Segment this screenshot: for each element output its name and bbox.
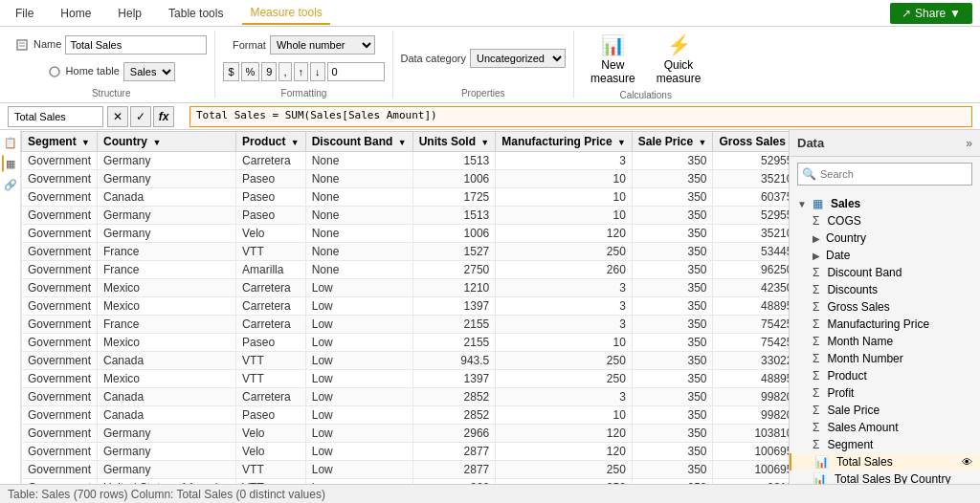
table-cell: 350: [632, 279, 713, 297]
col-header-sale-price[interactable]: Sale Price ▼: [632, 131, 713, 152]
table-container[interactable]: Segment ▼ Country ▼ Product ▼ Discount B…: [21, 130, 789, 484]
measure-name-input[interactable]: [65, 35, 207, 55]
tree-item[interactable]: ΣDiscount Band: [790, 264, 980, 281]
table-row: GovernmentGermanyVeloLow2966120350103810…: [22, 425, 790, 443]
report-view-btn[interactable]: 📋: [2, 134, 19, 151]
home-table-select[interactable]: Sales: [123, 62, 175, 81]
ribbon-group-structure: Name Home table Sales Structure: [8, 31, 215, 98]
currency-button[interactable]: $: [223, 62, 238, 81]
tree-item[interactable]: ΣGross Sales: [790, 298, 980, 316]
tree-item[interactable]: ΣProduct: [790, 367, 980, 384]
menu-home[interactable]: Home: [53, 3, 99, 24]
table-cell: 2155: [412, 334, 496, 352]
table-cell: Germany: [98, 170, 236, 188]
table-cell: Government: [22, 297, 98, 316]
tree-item[interactable]: ΣSale Price: [790, 402, 980, 419]
sale-price-filter[interactable]: ▼: [699, 138, 707, 147]
tree-label: Discount Band: [827, 266, 902, 279]
table-cell: Low: [305, 334, 412, 352]
table-row: GovernmentCanadaPaseoLow2852103509982001…: [22, 406, 790, 425]
new-measure-button[interactable]: 📊 Newmeasure: [582, 31, 644, 88]
tree-item[interactable]: ΣMonth Number: [790, 350, 980, 367]
table-cell: Velo: [236, 443, 306, 461]
tree-item[interactable]: ΣManufacturing Price: [790, 316, 980, 333]
col-header-segment[interactable]: Segment ▼: [22, 131, 98, 152]
tree-item[interactable]: ΣMonth Name: [790, 333, 980, 350]
table-cell: Government: [22, 279, 98, 297]
thousands-button[interactable]: ,: [278, 62, 291, 81]
table-cell: 10: [496, 170, 633, 188]
tree-item[interactable]: ΣSegment: [790, 436, 980, 453]
tree-item[interactable]: ΣCOGS: [790, 212, 980, 230]
tree-item[interactable]: ▼▦Sales: [790, 195, 980, 212]
tree-label: Sale Price: [827, 404, 880, 417]
tree-item[interactable]: ▶Country: [790, 230, 980, 247]
mfg-price-filter[interactable]: ▼: [617, 138, 626, 147]
model-view-btn[interactable]: 🔗: [2, 176, 19, 193]
table-cell: 10: [496, 188, 633, 207]
comma-button[interactable]: 9: [261, 62, 277, 81]
country-filter[interactable]: ▼: [152, 138, 161, 147]
search-input[interactable]: [820, 168, 968, 180]
tree-item[interactable]: ▶Date: [790, 247, 980, 264]
percent-button[interactable]: %: [241, 62, 260, 81]
product-filter[interactable]: ▼: [291, 138, 300, 147]
formula-input[interactable]: Total Sales = SUM(Sales[Sales Amount]): [189, 106, 972, 127]
col-header-units-sold[interactable]: Units Sold ▼: [412, 131, 496, 152]
share-button[interactable]: ↗ Share ▼: [890, 3, 972, 24]
col-header-country[interactable]: Country ▼: [98, 131, 236, 152]
table-cell: 603750: [713, 188, 789, 207]
discount-band-filter[interactable]: ▼: [398, 138, 407, 147]
table-cell: Paseo: [236, 207, 306, 225]
table-cell: Low: [305, 352, 412, 370]
panel-expand-icon[interactable]: »: [966, 137, 972, 150]
table-cell: 1006950: [713, 443, 789, 461]
col-header-mfg-price[interactable]: Manufacturing Price ▼: [496, 131, 633, 152]
table-cell: Carretera: [236, 279, 306, 297]
data-category-select[interactable]: Uncategorized: [470, 49, 566, 68]
tree-label: Month Number: [827, 352, 902, 365]
share-icon: ↗: [902, 7, 911, 20]
formula-confirm-button[interactable]: ✓: [130, 106, 151, 127]
menu-file[interactable]: File: [8, 3, 41, 24]
data-table: Segment ▼ Country ▼ Product ▼ Discount B…: [21, 130, 789, 484]
tree-item[interactable]: ΣDiscounts: [790, 281, 980, 298]
table-cell: 1513: [412, 207, 496, 225]
table-cell: 250: [496, 370, 633, 388]
table-cell: Mexico: [98, 334, 236, 352]
ribbon-group-properties: Data category Uncategorized Properties: [393, 31, 574, 98]
table-cell: None: [305, 170, 412, 188]
decrease-decimals[interactable]: ↓: [310, 62, 325, 81]
data-view-btn[interactable]: ▦: [2, 155, 19, 172]
tree-sigma-icon: Σ: [813, 438, 819, 451]
right-panel: Data » 🔍 ▼▦SalesΣCOGS▶Country▶DateΣDisco…: [789, 130, 980, 484]
tree-item[interactable]: ΣSales Amount: [790, 419, 980, 436]
ribbon-name-label: Name: [15, 38, 61, 52]
precision-input[interactable]: [327, 62, 385, 81]
svg-rect-0: [17, 40, 27, 50]
formula-cancel-button[interactable]: ✕: [107, 106, 128, 127]
tree-label: Total Sales: [836, 455, 893, 469]
increase-decimals[interactable]: ↑: [294, 62, 309, 81]
tree-item[interactable]: 📊Total Sales👁: [790, 453, 980, 470]
menu-table-tools[interactable]: Table tools: [161, 3, 231, 24]
menu-measure-tools[interactable]: Measure tools: [242, 2, 329, 25]
menu-help[interactable]: Help: [110, 3, 149, 24]
segment-filter[interactable]: ▼: [81, 138, 90, 147]
formula-name-input[interactable]: [8, 106, 103, 127]
format-select[interactable]: Whole number: [270, 35, 375, 55]
col-header-discount-band[interactable]: Discount Band ▼: [305, 131, 412, 152]
tree-measure-icon: 📊: [814, 455, 829, 469]
quick-measure-button[interactable]: ⚡ Quickmeasure: [648, 31, 710, 88]
units-sold-filter[interactable]: ▼: [480, 138, 489, 147]
table-cell: VTT: [236, 352, 306, 370]
tree-item[interactable]: ΣProfit: [790, 384, 980, 402]
table-cell: Paseo: [236, 406, 306, 425]
formula-fx-button[interactable]: fx: [153, 106, 174, 127]
table-cell: 1527: [412, 243, 496, 261]
tree-item[interactable]: 📊Total Sales By Country: [790, 470, 980, 484]
col-header-gross-sales[interactable]: Gross Sales ▼: [713, 131, 789, 152]
tree-label: COGS: [827, 214, 860, 228]
col-header-product[interactable]: Product ▼: [236, 131, 306, 152]
tree-label: Sales Amount: [827, 421, 898, 434]
